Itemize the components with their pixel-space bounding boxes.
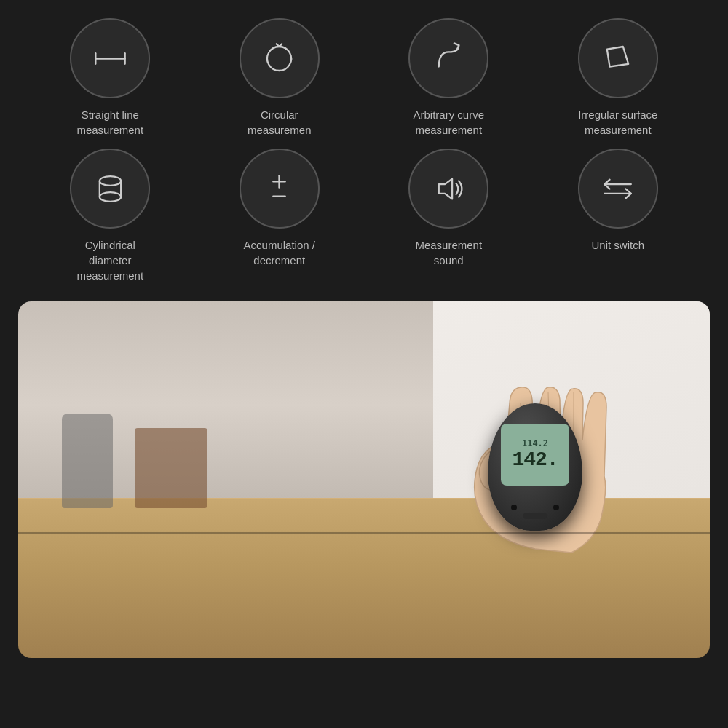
photo-glass: [62, 414, 113, 508]
feature-unit-switch: Unit switch: [542, 149, 695, 253]
svg-marker-11: [439, 178, 452, 199]
irregular-icon: [598, 39, 638, 79]
feature-cylindrical: Cylindrical diameter measurement: [33, 149, 186, 283]
photo-section: 114.2 142.: [18, 301, 710, 658]
curve-label: Arbitrary curve measurement: [413, 107, 484, 138]
straight-line-circle: [70, 18, 150, 98]
cylinder-circle: [70, 149, 150, 229]
svg-point-7: [100, 192, 121, 202]
accumulation-label: Accumulation / decrement: [244, 237, 315, 268]
straight-line-label: Straight line measurement: [76, 107, 143, 138]
sound-circle: [408, 149, 488, 229]
irregular-label: Irregular surface measurement: [578, 107, 657, 138]
cylinder-icon: [90, 169, 130, 209]
feature-accumulation: Accumulation / decrement: [203, 149, 356, 268]
svg-point-4: [100, 176, 121, 186]
device-button: [523, 513, 547, 519]
straight-line-icon: [90, 39, 130, 79]
circular-label: Circular measuremen: [248, 107, 312, 138]
cylindrical-label: Cylindrical diameter measurement: [76, 237, 143, 283]
unit-switch-label: Unit switch: [591, 237, 644, 253]
feature-circular: Circular measuremen: [203, 18, 356, 138]
curve-circle: [408, 18, 488, 98]
screen-top-value: 114.2: [522, 438, 548, 448]
plusminus-icon: [259, 169, 299, 209]
curve-icon: [429, 39, 469, 79]
photo-device: 114.2 142.: [488, 403, 582, 531]
irregular-circle: [578, 18, 658, 98]
switch-circle: [578, 149, 658, 229]
features-row-1: Straight line measurement Circular measu…: [11, 18, 717, 138]
screen-main-value: 142.: [512, 448, 558, 471]
device-screen: 114.2 142.: [501, 424, 569, 486]
device-dot-right: [553, 505, 559, 510]
plusminus-circle: [240, 149, 320, 229]
device-body: 114.2 142.: [488, 403, 582, 531]
features-section: Straight line measurement Circular measu…: [0, 0, 728, 298]
page-container: Straight line measurement Circular measu…: [0, 0, 728, 728]
sound-icon: [429, 169, 469, 209]
circular-icon: [259, 39, 299, 79]
sound-label: Measurement sound: [415, 237, 482, 268]
svg-marker-3: [607, 47, 628, 67]
switch-icon: [598, 169, 638, 209]
feature-sound: Measurement sound: [372, 149, 525, 268]
circular-circle: [240, 18, 320, 98]
photo-box: [135, 428, 207, 508]
device-dot-left: [511, 505, 517, 510]
feature-straight-line: Straight line measurement: [33, 18, 186, 138]
table-edge: [18, 532, 710, 534]
features-row-2: Cylindrical diameter measurement Accumul…: [11, 149, 717, 283]
feature-arbitrary-curve: Arbitrary curve measurement: [372, 18, 525, 138]
feature-irregular: Irregular surface measurement: [542, 18, 695, 138]
